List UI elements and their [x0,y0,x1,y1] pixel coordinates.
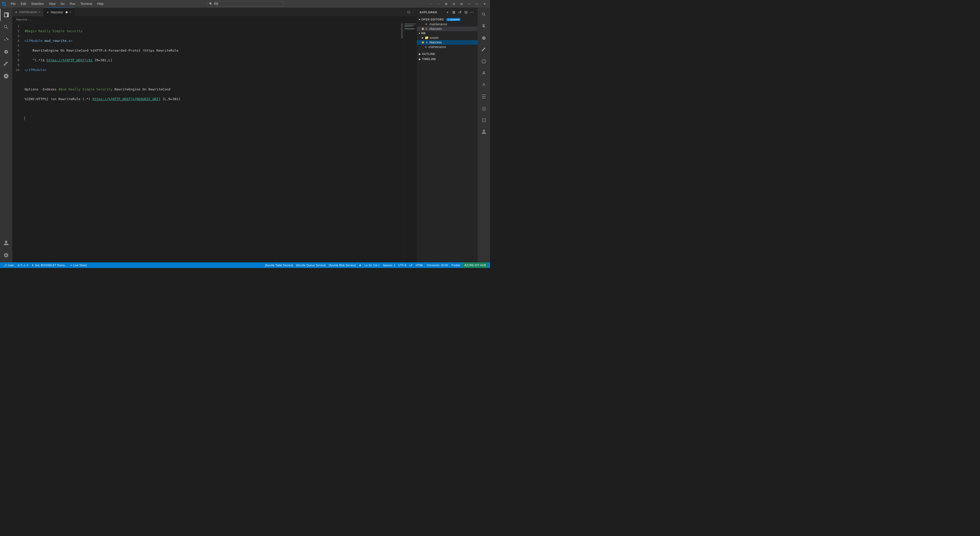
menu-terminal[interactable]: Terminal [78,1,94,6]
status-azurite-blob[interactable]: [Azurite Blob Service] [327,262,357,268]
tab-htaccess-close[interactable]: ✕ [69,11,71,14]
activity-remote[interactable] [0,70,12,82]
status-spaces[interactable]: Spaces: 2 [381,262,397,268]
status-errors[interactable]: ⊘ 0 ⚠ 0 [16,262,30,268]
status-encoding-icon[interactable]: ⊕ [358,262,363,268]
tab-maintenance-close[interactable]: ✕ [38,11,40,14]
app-icon [2,2,6,6]
scrollbar-thumb[interactable] [401,23,402,38]
menu-bar: File Edit Selection View Go Run Terminal… [8,1,106,6]
editor-scrollbar[interactable] [400,22,404,262]
line-7: Options -Indexes #End Really Simple Secu… [24,87,400,92]
layout-button[interactable]: ⊞ [442,1,450,6]
status-lf[interactable]: LF [408,262,414,268]
open-editors-header[interactable]: ▾ OPEN EDITORS 1 unsaved [417,17,478,22]
layout3-button[interactable]: ⊟ [458,1,465,6]
right-activity-bar: A A ☰ ◎ ⊡ [478,8,490,262]
status-language[interactable]: HTML [414,262,425,268]
code-content[interactable]: #Begin Really Simple Security <IfModule … [22,22,400,262]
status-prettier[interactable]: Prettier [450,262,462,268]
maintenance-file-indicator: ≡ [425,22,427,26]
error-count: 0 [21,264,22,267]
collapse-button[interactable]: ⊟ [463,10,469,15]
menu-edit[interactable]: Edit [18,1,29,6]
right-activity-remote[interactable] [478,56,490,67]
warning-count: 0 [27,264,29,267]
nav-back-button[interactable]: ← [427,1,434,6]
menu-run[interactable]: Run [67,1,78,6]
menu-view[interactable]: View [46,1,58,6]
layout2-button[interactable]: ⊡ [450,1,457,6]
activity-bar [0,8,12,262]
close-button[interactable]: ✕ [481,1,488,6]
tree-assets-folder[interactable]: ▶ 📁 assets [417,35,478,40]
activity-extensions[interactable] [0,58,12,70]
status-chronicler[interactable]: Chronicler: 00:00 [425,262,450,268]
activity-settings[interactable] [0,249,12,262]
maintenance-dot [422,23,424,25]
azure-iot-status[interactable]: AZURE IOT HUB [462,262,488,268]
timeline-header[interactable]: ▶ TIMELINE [417,56,478,62]
menu-go[interactable]: Go [58,1,67,6]
tab-maintenance[interactable]: ≡ .maintenance ✕ [12,8,44,16]
minimap [404,22,417,262]
git-branch: main [8,264,14,267]
minimap-line [404,24,414,25]
line-col-text: Ln 10, Col 1 [364,264,380,267]
lf-text: LF [409,264,413,267]
menu-file[interactable]: File [8,1,18,6]
breadcrumb-sep: › [28,18,29,21]
right-activity-circle[interactable]: ◎ [478,103,490,114]
right-activity-search[interactable] [478,9,490,20]
status-utf8[interactable]: UTF-8 [397,262,408,268]
right-activity-a2[interactable]: A [478,79,490,91]
line-10 [24,116,400,121]
menu-selection[interactable]: Selection [29,1,46,6]
open-editor-htaccess[interactable]: ≡ .htaccess [417,27,478,31]
new-file-button[interactable]: + [445,10,450,15]
more-explorer-button[interactable]: ··· [469,10,475,15]
breadcrumb-htaccess[interactable]: .htaccess [15,18,27,21]
outline-label: OUTLINE [422,53,435,56]
right-activity-box[interactable]: ⊡ [478,115,490,126]
open-editor-maintenance[interactable]: ≡ .maintenance [417,22,478,27]
timeline-label: TIMELINE [422,57,436,61]
right-activity-scm[interactable] [478,21,490,32]
status-liveshare[interactable]: ↪ Live Share [68,262,88,268]
maximize-button[interactable]: □ [473,1,480,6]
htaccess-tree-dot [422,41,425,43]
activity-run[interactable] [0,45,12,58]
search-bar-container[interactable]: 🔍 RB [207,1,283,6]
status-azurite-queue[interactable]: [Azurite Queue Service] [294,262,327,268]
status-azurite-table[interactable]: [Azurite Table Service] [264,262,294,268]
status-line-col[interactable]: Ln 10, Col 1 [363,262,381,268]
right-activity-account[interactable] [478,126,490,137]
language-text: HTML [416,264,423,267]
outline-header[interactable]: ▶ OUTLINE [417,51,478,56]
right-activity-debug[interactable] [478,32,490,43]
menu-help[interactable]: Help [95,1,106,6]
editor-layout-icon[interactable]: ⊡ [407,10,410,14]
tree-htaccess-file[interactable]: ≡ .htaccess [417,40,478,45]
breadcrumb-dots[interactable]: ... [30,18,32,21]
more-actions-icon[interactable]: ··· [411,10,414,14]
activity-source-control[interactable] [0,33,12,45]
code-editor[interactable]: 1 2 3 4 5 6 7 8 9 10 #Begin Really Simpl… [12,22,417,262]
right-activity-burger[interactable]: ☰ [478,91,490,102]
tree-maintenance-file[interactable]: ≡ .maintenance [417,45,478,49]
tab-htaccess[interactable]: ≡ .htaccess ✕ [44,8,74,16]
minimize-button[interactable]: ─ [466,1,473,6]
refresh-button[interactable]: ↺ [457,10,463,15]
line-8: %{ENV:HTTPS} !on RewriteRule (.*) https:… [24,97,400,101]
activity-accounts[interactable] [0,237,12,249]
status-jira[interactable]: ✦ Jira: BOISSELET Roma... [30,262,68,268]
utf8-text: UTF-8 [398,264,406,267]
explorer-root-header[interactable]: ▾ RB [417,31,478,35]
activity-search[interactable] [0,21,12,33]
new-folder-button[interactable]: ⊞ [451,10,456,15]
nav-forward-button[interactable]: → [435,1,442,6]
activity-explorer[interactable] [0,9,12,21]
status-git[interactable]: ⎇ main [2,262,16,268]
right-activity-extensions[interactable] [478,44,490,55]
right-activity-a[interactable]: A [478,67,490,79]
